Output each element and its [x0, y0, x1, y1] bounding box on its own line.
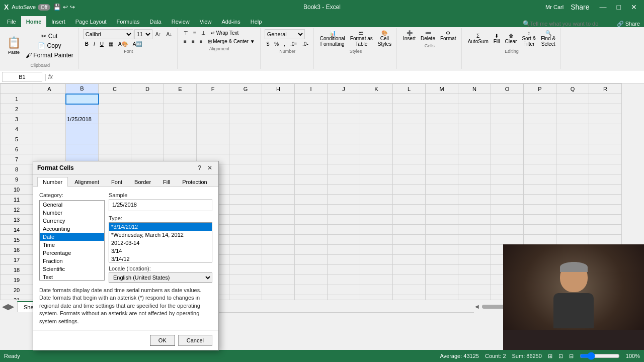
clear-btn[interactable]: 🗑Clear	[503, 32, 519, 45]
cell-G19[interactable]	[229, 275, 262, 285]
cell-I6[interactable]	[295, 144, 328, 154]
cell-F6[interactable]	[197, 144, 229, 154]
cell-G13[interactable]	[229, 215, 262, 225]
cell-P8[interactable]	[524, 164, 556, 174]
redo-qa-btn[interactable]: ↪	[70, 4, 75, 11]
cell-C1[interactable]	[99, 94, 131, 104]
cell-I15[interactable]	[295, 235, 328, 245]
cell-L21[interactable]	[393, 295, 426, 300]
cell-H6[interactable]	[262, 144, 295, 154]
cell-L17[interactable]	[393, 255, 426, 265]
cell-G15[interactable]	[229, 235, 262, 245]
scroll-sheets-right[interactable]: ▶	[8, 302, 14, 311]
cell-M3[interactable]	[426, 114, 458, 124]
cell-J9[interactable]	[328, 174, 360, 185]
normal-view-btn[interactable]: ⊞	[548, 353, 552, 359]
cell-R8[interactable]	[589, 164, 622, 174]
wrap-text-btn[interactable]: ↵ Wrap Text	[209, 29, 240, 37]
cell-L3[interactable]	[393, 114, 426, 124]
cell-K2[interactable]	[360, 104, 393, 114]
cell-G8[interactable]	[229, 164, 262, 174]
cell-J18[interactable]	[328, 265, 360, 275]
col-header-j[interactable]: J	[328, 84, 360, 94]
cell-I17[interactable]	[295, 255, 328, 265]
cell-Q10[interactable]	[556, 185, 589, 195]
fill-btn[interactable]: ⬇Fill	[492, 32, 502, 45]
cell-H18[interactable]	[262, 265, 295, 275]
cell-L12[interactable]	[393, 205, 426, 215]
cell-L18[interactable]	[393, 265, 426, 275]
cell-J1[interactable]	[328, 94, 360, 104]
col-header-q[interactable]: Q	[556, 84, 589, 94]
cell-N14[interactable]	[458, 225, 491, 235]
cell-K3[interactable]	[360, 114, 393, 124]
cell-D2[interactable]	[131, 104, 164, 114]
cell-H12[interactable]	[262, 205, 295, 215]
cell-J11[interactable]	[328, 195, 360, 205]
tab-file[interactable]: File	[2, 16, 21, 27]
undo-qa-btn[interactable]: ↩	[63, 4, 68, 11]
cell-M5[interactable]	[426, 134, 458, 144]
cell-B2[interactable]	[66, 104, 99, 114]
cell-J5[interactable]	[328, 134, 360, 144]
cell-styles-btn[interactable]: 🎨CellStyles	[376, 29, 393, 48]
cell-R12[interactable]	[589, 205, 622, 215]
increase-decimal-btn[interactable]: .0+	[288, 40, 299, 48]
cell-H19[interactable]	[262, 275, 295, 285]
cell-M4[interactable]	[426, 124, 458, 134]
cell-H1[interactable]	[262, 94, 295, 104]
cell-O14[interactable]	[491, 225, 524, 235]
cell-N12[interactable]	[458, 205, 491, 215]
font-family-select[interactable]: Calibri	[83, 29, 133, 39]
cell-N17[interactable]	[458, 255, 491, 265]
paste-btn[interactable]: 📋Paste	[5, 35, 23, 56]
cell-J13[interactable]	[328, 215, 360, 225]
category-item-accounting[interactable]: Accounting	[40, 225, 104, 233]
tab-data[interactable]: Data	[144, 16, 166, 27]
cell-J7[interactable]	[328, 154, 360, 164]
cell-G12[interactable]	[229, 205, 262, 215]
cell-P13[interactable]	[524, 215, 556, 225]
cell-G2[interactable]	[229, 104, 262, 114]
category-item-date[interactable]: Date	[40, 233, 104, 241]
cell-K19[interactable]	[360, 275, 393, 285]
cell-G9[interactable]	[229, 174, 262, 185]
cell-I16[interactable]	[295, 245, 328, 255]
cell-M12[interactable]	[426, 205, 458, 215]
cell-N3[interactable]	[458, 114, 491, 124]
cell-P15[interactable]	[524, 235, 556, 245]
cell-M2[interactable]	[426, 104, 458, 114]
col-header-p[interactable]: P	[524, 84, 556, 94]
cell-Q4[interactable]	[556, 124, 589, 134]
cell-H4[interactable]	[262, 124, 295, 134]
tab-formulas[interactable]: Formulas	[112, 16, 145, 27]
cell-A4[interactable]	[33, 124, 66, 134]
col-header-l[interactable]: L	[393, 84, 426, 94]
align-left-btn[interactable]: ≡	[182, 38, 189, 45]
cell-G7[interactable]	[229, 154, 262, 164]
locale-select[interactable]: English (United States)	[109, 273, 212, 283]
cell-K13[interactable]	[360, 215, 393, 225]
find-select-btn[interactable]: 🔍Find &Select	[539, 29, 557, 48]
col-header-b[interactable]: B	[66, 84, 99, 94]
dialog-tab-fill[interactable]: Fill	[157, 177, 176, 187]
cell-L9[interactable]	[393, 174, 426, 185]
align-bot-btn[interactable]: ⊥	[199, 29, 208, 37]
cell-K15[interactable]	[360, 235, 393, 245]
cell-I12[interactable]	[295, 205, 328, 215]
cell-N21[interactable]	[458, 295, 491, 300]
cell-B3[interactable]: 1/25/2018	[66, 114, 99, 124]
page-layout-view-btn[interactable]: ⊡	[558, 353, 563, 359]
copy-btn[interactable]: 📄 Copy	[24, 41, 75, 50]
cell-M15[interactable]	[426, 235, 458, 245]
cell-G5[interactable]	[229, 134, 262, 144]
align-top-btn[interactable]: ⊤	[182, 29, 190, 37]
cell-C2[interactable]	[99, 104, 131, 114]
cell-B6[interactable]	[66, 144, 99, 154]
cell-D5[interactable]	[131, 134, 164, 144]
cell-M18[interactable]	[426, 265, 458, 275]
cell-H15[interactable]	[262, 235, 295, 245]
cell-M11[interactable]	[426, 195, 458, 205]
cell-D6[interactable]	[131, 144, 164, 154]
cell-Q15[interactable]	[556, 235, 589, 245]
